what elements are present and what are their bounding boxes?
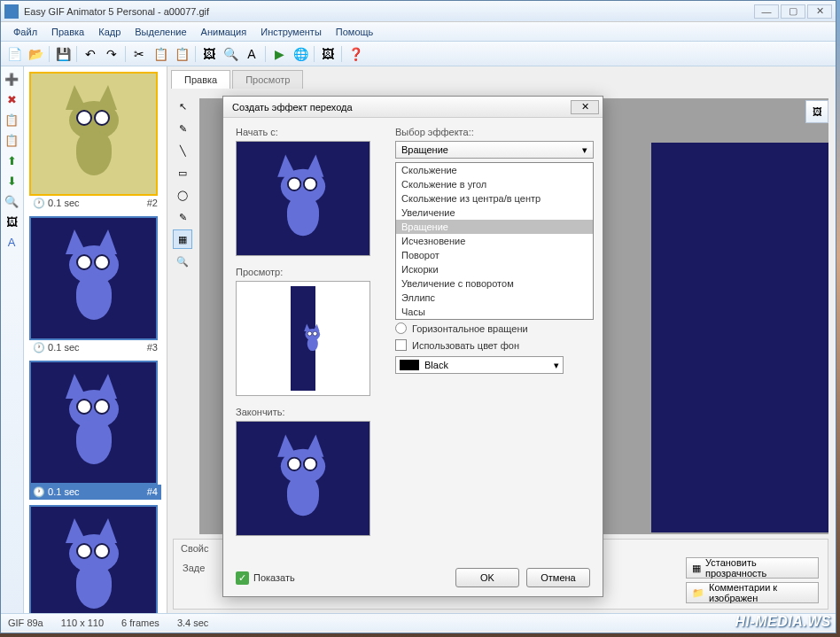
status-format: GIF 89a — [8, 618, 43, 628]
play-icon[interactable]: ▶ — [269, 44, 289, 64]
editor-toolbar: ↖ ✎ ╲ ▭ ◯ ✎ ▦ 🔍 — [173, 97, 194, 271]
effect-option[interactable]: Скольжение в угол — [396, 177, 593, 191]
chevron-down-icon: ▾ — [554, 360, 559, 371]
main-toolbar: 📄 📂 💾 ↶ ↷ ✂ 📋 📋 🖼 🔍 A ▶ 🌐 🖼 ❓ — [1, 42, 836, 66]
frames-panel: 🕐 0.1 sec#2 🕐 0.1 sec#3 🕐 0.1 sec#4 — [24, 66, 167, 613]
effect-option[interactable]: Вращение — [396, 220, 593, 234]
tabs: Правка Просмотр — [167, 66, 836, 89]
effect-option[interactable]: Скольжение из центра/в центр — [396, 191, 593, 206]
effect-option[interactable]: Скольжение — [396, 163, 593, 177]
move-down-icon[interactable]: ⬇ — [3, 172, 20, 190]
show-checkbox[interactable]: ✓Показать — [236, 571, 295, 585]
frame-item[interactable]: 🕐 0.1 sec#4 — [29, 361, 161, 500]
preview-thumbnail — [236, 281, 370, 396]
ellipse-icon[interactable]: ◯ — [173, 185, 192, 205]
checkbox-icon — [395, 339, 407, 351]
menu-file[interactable]: Файл — [6, 24, 44, 40]
frame-item[interactable] — [29, 505, 161, 613]
dialog-title-text: Создать эффект перехода — [232, 102, 353, 113]
text-icon[interactable]: A — [242, 44, 261, 64]
menu-tools[interactable]: Инструменты — [253, 24, 329, 40]
window-title: Easy GIF Animator 5 Personal - a00077.gi… — [24, 6, 754, 17]
undo-icon[interactable]: ↶ — [81, 44, 100, 64]
tab-edit[interactable]: Правка — [171, 70, 230, 89]
status-frames: 6 frames — [121, 618, 159, 628]
paste-icon[interactable]: 📋 — [172, 44, 191, 64]
effect-option[interactable]: Часы — [396, 305, 593, 319]
color-swatch — [400, 360, 419, 370]
picture-icon[interactable]: 🖼 — [3, 213, 20, 230]
menubar: Файл Правка Кадр Выделение Анимация Инст… — [1, 22, 836, 42]
menu-edit[interactable]: Правка — [44, 24, 91, 40]
cancel-button[interactable]: Отмена — [526, 568, 590, 587]
maximize-button[interactable]: ▢ — [781, 4, 805, 19]
effect-option[interactable]: Исчезновение — [396, 234, 593, 248]
search-icon[interactable]: 🔍 — [3, 192, 20, 210]
dialog-close-button[interactable]: ✕ — [571, 100, 599, 114]
options-icon[interactable]: 🖼 — [805, 100, 828, 123]
tab-preview[interactable]: Просмотр — [232, 70, 303, 89]
magnify-icon[interactable]: 🔍 — [173, 252, 192, 271]
cut-icon[interactable]: ✂ — [129, 44, 149, 64]
effect-option[interactable]: Увеличение — [396, 206, 593, 220]
effect-dropdown: Скольжение Скольжение в угол Скольжение … — [395, 162, 594, 320]
titlebar: Easy GIF Animator 5 Personal - a00077.gi… — [1, 1, 836, 22]
eyedropper-icon[interactable]: ✎ — [173, 207, 192, 227]
open-icon[interactable]: 📂 — [26, 44, 45, 64]
pointer-icon[interactable]: ↖ — [173, 97, 192, 116]
close-button[interactable]: ✕ — [807, 4, 832, 19]
start-thumbnail — [236, 141, 370, 256]
copy-frame-icon[interactable]: 📋 — [3, 111, 20, 128]
bg-color-combo[interactable]: Black▾ — [395, 356, 564, 374]
use-bg-checkbox[interactable]: Использовать цвет фон — [395, 339, 594, 351]
statusbar: GIF 89a 110 x 110 6 frames 3.4 sec — [1, 613, 836, 631]
status-duration: 3.4 sec — [177, 618, 208, 628]
menu-animation[interactable]: Анимация — [194, 24, 254, 40]
comments-button[interactable]: 📁Комментарии к изображен — [686, 582, 819, 603]
status-size: 110 x 110 — [61, 618, 104, 628]
image2-icon[interactable]: 🖼 — [318, 44, 338, 64]
copy-icon[interactable]: 📋 — [151, 44, 170, 64]
effect-combo[interactable]: Вращение▾ — [395, 141, 594, 159]
effect-option[interactable]: Увеличение с поворотом — [396, 276, 593, 291]
chevron-down-icon: ▾ — [582, 144, 587, 156]
help-icon[interactable]: ❓ — [346, 44, 365, 64]
image-icon[interactable]: 🖼 — [199, 44, 219, 64]
frame-item[interactable]: 🕐 0.1 sec#3 — [29, 216, 161, 355]
app-icon — [4, 4, 19, 19]
add-frame-icon[interactable]: ➕ — [3, 70, 20, 88]
ok-button[interactable]: OK — [455, 568, 519, 587]
menu-selection[interactable]: Выделение — [128, 24, 193, 40]
end-label: Закончить: — [236, 407, 590, 417]
minimize-button[interactable]: — — [754, 4, 779, 19]
web-icon[interactable]: 🌐 — [291, 44, 310, 64]
select-icon[interactable]: ▦ — [173, 229, 192, 249]
zoom-icon[interactable]: 🔍 — [221, 44, 240, 64]
radio-icon — [395, 322, 407, 334]
redo-icon[interactable]: ↷ — [102, 44, 121, 64]
end-thumbnail — [236, 421, 370, 536]
move-up-icon[interactable]: ⬆ — [3, 151, 20, 169]
check-icon: ✓ — [236, 571, 249, 585]
menu-frame[interactable]: Кадр — [91, 24, 128, 40]
rect-icon[interactable]: ▭ — [173, 163, 192, 183]
frame-item[interactable]: 🕐 0.1 sec#2 — [29, 72, 161, 211]
set-transparency-button[interactable]: ▦Установить прозрачность — [686, 557, 819, 579]
line-icon[interactable]: ╲ — [173, 141, 192, 160]
left-toolbar: ➕ ✖ 📋 📋 ⬆ ⬇ 🔍 🖼 A — [1, 66, 24, 613]
delete-frame-icon[interactable]: ✖ — [3, 90, 20, 108]
paste-frame-icon[interactable]: 📋 — [3, 131, 20, 149]
watermark: HI-MEDIA.WS — [735, 614, 831, 630]
effect-label: Выбор эффекта:: — [395, 127, 594, 137]
pencil-icon[interactable]: ✎ — [173, 119, 192, 138]
effect-option[interactable]: Эллипс — [396, 291, 593, 305]
effect-option[interactable]: Поворот — [396, 248, 593, 262]
radio-horizontal[interactable]: Горизонтальное вращени — [395, 322, 594, 334]
transition-dialog: Создать эффект перехода ✕ Начать с: Прос… — [222, 96, 603, 597]
dialog-titlebar: Создать эффект перехода ✕ — [223, 97, 603, 118]
effect-option[interactable]: Искорки — [396, 262, 593, 276]
new-icon[interactable]: 📄 — [4, 44, 24, 64]
text-tool-icon[interactable]: A — [3, 233, 20, 251]
menu-help[interactable]: Помощь — [329, 24, 381, 40]
save-icon[interactable]: 💾 — [53, 44, 73, 64]
